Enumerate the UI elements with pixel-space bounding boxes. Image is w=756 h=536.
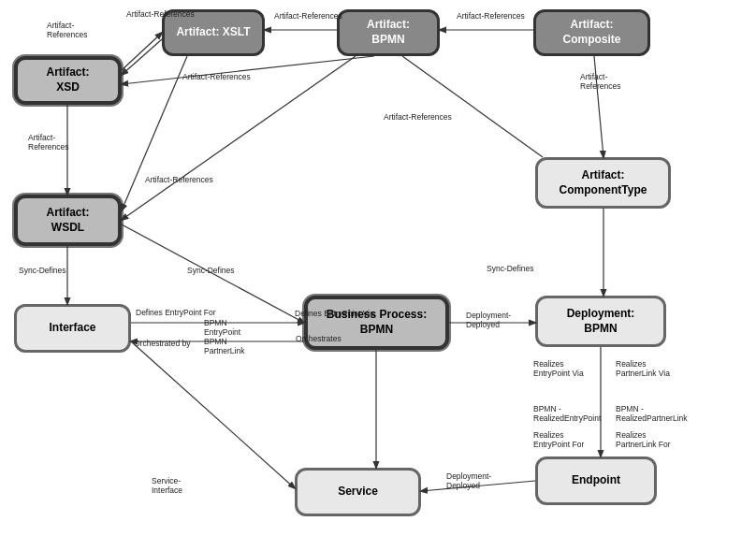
svg-text:RealizedEntryPoint: RealizedEntryPoint (533, 413, 602, 423)
svg-text:PartnerLink: PartnerLink (204, 346, 245, 355)
node-business-process: Business Process:BPMN (304, 296, 449, 350)
svg-text:Realizes: Realizes (616, 430, 647, 440)
svg-text:Deployed: Deployed (446, 481, 480, 490)
svg-text:Artifact-: Artifact- (47, 21, 74, 30)
svg-line-19 (122, 56, 356, 220)
svg-text:Artifact-References: Artifact-References (182, 72, 251, 81)
svg-text:PartnerLink For: PartnerLink For (616, 440, 671, 449)
svg-line-9 (122, 56, 374, 84)
svg-text:Deployment-: Deployment- (466, 311, 511, 320)
node-xslt: Artifact: XSLT (162, 9, 265, 56)
svg-text:References: References (28, 142, 68, 152)
svg-line-17 (122, 56, 187, 210)
svg-text:EntryPoint For: EntryPoint For (533, 440, 584, 449)
svg-text:Defines EntryPoint For: Defines EntryPoint For (136, 308, 216, 317)
node-service: Service (295, 468, 421, 516)
svg-text:BPMN: BPMN (204, 318, 227, 327)
svg-text:Artifact-References: Artifact-References (457, 11, 525, 21)
svg-text:Sync-Defines: Sync-Defines (187, 266, 235, 275)
svg-text:Artifact-: Artifact- (580, 72, 607, 81)
node-deployment-bpmn: Deployment:BPMN (535, 296, 666, 347)
svg-text:Deployment-: Deployment- (446, 471, 491, 481)
node-wsdl: Artifact:WSDL (14, 195, 122, 246)
node-endpoint: Endpoint (535, 456, 657, 505)
node-xsd: Artifact:XSD (14, 56, 122, 105)
svg-text:EntryPoint: EntryPoint (204, 327, 241, 337)
svg-line-20 (402, 56, 543, 157)
svg-text:BPMN: BPMN (204, 337, 227, 346)
node-interface: Interface (14, 304, 131, 353)
svg-text:Realizes: Realizes (616, 359, 647, 369)
svg-text:BPMN -: BPMN - (533, 404, 561, 413)
svg-text:Artifact-References: Artifact-References (274, 11, 342, 21)
svg-line-0 (122, 33, 162, 70)
svg-text:BPMN -: BPMN - (616, 404, 644, 413)
svg-text:Interface: Interface (152, 485, 182, 495)
svg-text:Sync-Defines: Sync-Defines (19, 266, 66, 275)
svg-line-3 (122, 39, 162, 75)
svg-text:PartnerLink Via: PartnerLink Via (616, 369, 670, 378)
node-component-type: Artifact:ComponentType (535, 157, 671, 209)
svg-text:References: References (580, 81, 620, 91)
node-bpmn-artifact: Artifact:BPMN (337, 9, 440, 56)
svg-text:References: References (47, 30, 87, 39)
svg-text:Artifact-: Artifact- (28, 133, 55, 142)
svg-text:Orchestrated by: Orchestrated by (134, 339, 191, 348)
svg-line-57 (421, 481, 535, 491)
svg-line-11 (594, 56, 603, 157)
svg-text:EntryPoint Via: EntryPoint Via (533, 369, 584, 378)
svg-text:Realizes: Realizes (533, 359, 564, 369)
diagram: Artifact: XSLT Artifact:BPMN Artifact:Co… (0, 0, 756, 536)
svg-text:Realizes: Realizes (533, 430, 564, 440)
svg-line-56 (131, 341, 295, 488)
svg-text:Service-: Service- (152, 476, 181, 485)
svg-text:Sync-Defines: Sync-Defines (487, 264, 534, 273)
svg-text:Artifact-References: Artifact-References (384, 112, 452, 122)
node-composite: Artifact:Composite (533, 9, 650, 56)
svg-text:Deployed: Deployed (466, 320, 500, 329)
svg-line-24 (122, 225, 304, 323)
svg-text:RealizedPartnerLink: RealizedPartnerLink (616, 413, 688, 423)
svg-text:Artifact-References: Artifact-References (145, 175, 213, 184)
